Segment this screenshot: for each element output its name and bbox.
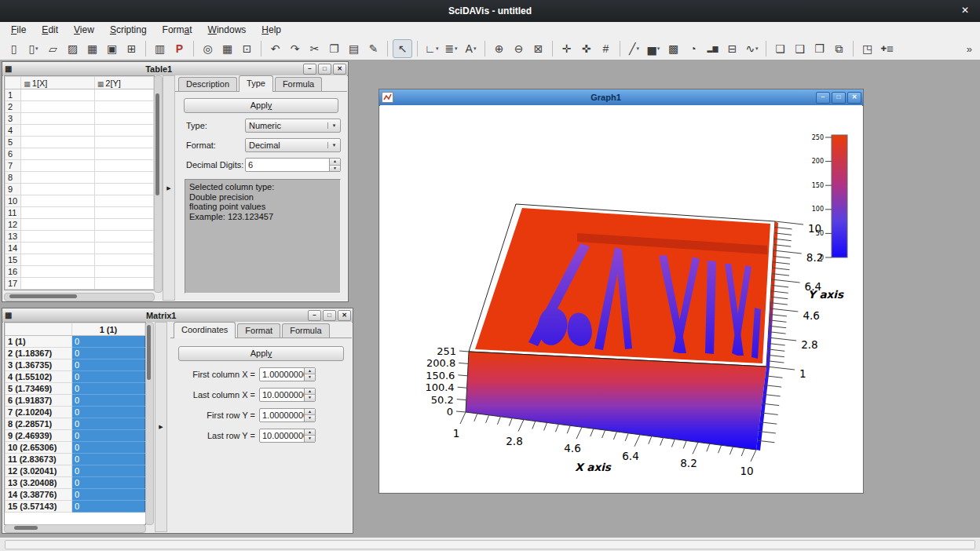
table1-cell[interactable] bbox=[94, 172, 153, 184]
show-table-button[interactable]: ▦ bbox=[218, 40, 236, 57]
export-pdf-button[interactable]: P bbox=[170, 40, 188, 57]
table1-row-header[interactable]: 2 bbox=[5, 101, 21, 113]
edit-button[interactable]: ✎ bbox=[364, 40, 382, 57]
table1-apply-button[interactable]: Apply bbox=[184, 98, 338, 113]
matrix1-close-button[interactable]: ✕ bbox=[338, 310, 351, 321]
table1-cell[interactable] bbox=[94, 137, 153, 148]
spin-down-icon[interactable]: ▼ bbox=[305, 415, 315, 421]
matrix1-row-header[interactable]: 11 (2.83673) bbox=[5, 454, 72, 465]
table1-collapse-strip[interactable]: ▶ bbox=[163, 75, 175, 301]
table1-row-header[interactable]: 5 bbox=[5, 137, 21, 148]
menu-edit[interactable]: Edit bbox=[34, 23, 66, 37]
matrix1-cell-selected[interactable]: 0 bbox=[71, 430, 144, 442]
table1-tab-description[interactable]: Description bbox=[178, 77, 237, 91]
matrix1-sheet[interactable]: 1 (1)1 (1)02 (1.18367)03 (1.36735)04 (1.… bbox=[4, 322, 146, 525]
table1-cell[interactable] bbox=[94, 231, 153, 243]
spin-down-icon[interactable]: ▼ bbox=[305, 436, 315, 442]
box-plot-button[interactable]: ⊟ bbox=[723, 40, 741, 57]
table1-cell[interactable] bbox=[94, 125, 153, 137]
add-layer-button[interactable]: ❒ bbox=[810, 40, 828, 57]
table1-cell[interactable] bbox=[21, 207, 94, 219]
matrix1-collapse-strip[interactable]: ▶ bbox=[155, 322, 167, 532]
table1-minimize-button[interactable]: − bbox=[303, 64, 316, 75]
table1-cell[interactable] bbox=[21, 172, 94, 184]
save-as-button[interactable]: ⊞ bbox=[122, 40, 141, 57]
table1-row-header[interactable]: 11 bbox=[5, 207, 21, 219]
table1-row-header[interactable]: 1 bbox=[5, 89, 21, 101]
duplicate-window-button[interactable]: ❏ bbox=[771, 40, 789, 57]
matrix1-row-header[interactable]: 3 (1.36735) bbox=[5, 359, 72, 371]
table1-hscrollbar[interactable] bbox=[4, 293, 155, 301]
matrix1-row-header[interactable]: 10 (2.65306) bbox=[5, 442, 72, 454]
table1-row-header[interactable]: 7 bbox=[5, 160, 21, 172]
matrix1-vscroll-thumb[interactable] bbox=[147, 325, 151, 380]
matrix1-cell-selected[interactable]: 0 bbox=[71, 454, 144, 465]
menu-scripting[interactable]: Scripting bbox=[102, 23, 155, 37]
table1-cell[interactable] bbox=[21, 101, 94, 113]
grid-button[interactable]: ≣▾ bbox=[442, 40, 460, 57]
histogram-button[interactable]: ▂▆ bbox=[704, 40, 722, 57]
spin-down-icon[interactable]: ▼ bbox=[305, 395, 315, 401]
table1-cell[interactable] bbox=[21, 125, 94, 137]
table1-column-header-2[interactable]: ▦2[Y] bbox=[94, 77, 153, 89]
table1-row-header[interactable]: 8 bbox=[5, 172, 21, 184]
table1-cell[interactable] bbox=[94, 278, 153, 290]
axes-button[interactable]: ∟▾ bbox=[422, 40, 441, 57]
matrix1-cell-selected[interactable]: 0 bbox=[71, 465, 144, 477]
resize-layer-button[interactable]: ◳ bbox=[858, 40, 876, 57]
table1-cell[interactable] bbox=[94, 243, 153, 254]
matrix1-cell-selected[interactable]: 0 bbox=[71, 489, 144, 501]
decimal-digits-spinbox[interactable]: 6▲▼ bbox=[245, 158, 341, 172]
table1-cell[interactable] bbox=[21, 266, 94, 278]
last-row-y-spinbox[interactable]: 10.0000000▲▼ bbox=[259, 429, 316, 443]
add-graph-button[interactable]: ❑ bbox=[791, 40, 809, 57]
fit-curve-button[interactable]: ∿▾ bbox=[743, 40, 761, 57]
table1-vscroll-thumb[interactable] bbox=[155, 93, 159, 195]
table1-column-header-1[interactable]: ▦1[X] bbox=[21, 77, 94, 89]
table1-row-header[interactable]: 9 bbox=[5, 184, 21, 195]
new-table-button[interactable]: ▦ bbox=[83, 40, 101, 57]
matrix1-tab-format[interactable]: Format bbox=[237, 323, 280, 338]
menu-view[interactable]: View bbox=[66, 23, 102, 37]
type-combobox[interactable]: Numeric▾ bbox=[245, 119, 341, 133]
graph1-titlebar[interactable]: Graph1 −□✕ bbox=[379, 89, 863, 106]
print-button[interactable]: ▥ bbox=[151, 40, 169, 57]
graph1-maximize-button[interactable]: □ bbox=[832, 92, 846, 104]
table1-vscrollbar[interactable] bbox=[154, 75, 163, 293]
table1-row-header[interactable]: 4 bbox=[5, 125, 21, 137]
matrix1-cell-selected[interactable]: 0 bbox=[71, 359, 144, 371]
pointer-button[interactable]: ↖ bbox=[393, 39, 412, 58]
matrix1-row-header[interactable]: 15 (3.57143) bbox=[5, 501, 72, 513]
graph1-close-button[interactable]: ✕ bbox=[847, 92, 861, 104]
matrix1-cell-selected[interactable]: 0 bbox=[71, 442, 144, 454]
table1-cell[interactable] bbox=[94, 101, 153, 113]
first-row-y-spinbox[interactable]: 1.00000000▲▼ bbox=[259, 408, 316, 422]
table1-cell[interactable] bbox=[21, 148, 94, 160]
format-combobox[interactable]: Decimal▾ bbox=[245, 138, 341, 152]
table1-row-header[interactable]: 15 bbox=[5, 254, 21, 266]
paste-button[interactable]: ▤ bbox=[345, 40, 363, 57]
matrix1-vscrollbar[interactable] bbox=[145, 322, 154, 525]
matrix1-apply-button[interactable]: Apply bbox=[178, 346, 344, 361]
matrix1-row-header[interactable]: 4 (1.55102) bbox=[5, 371, 72, 383]
open-project-button[interactable]: ▱ bbox=[44, 40, 62, 57]
spin-down-icon[interactable]: ▼ bbox=[305, 374, 315, 381]
table1-cell[interactable] bbox=[94, 219, 153, 231]
app-titlebar[interactable]: SciDAVis - untitled ✕ bbox=[0, 0, 980, 22]
first-column-x-spinbox[interactable]: 1.00000000▲▼ bbox=[259, 367, 316, 381]
matrix1-row-header[interactable]: 12 (3.02041) bbox=[5, 465, 72, 477]
spin-down-icon[interactable]: ▼ bbox=[330, 166, 340, 172]
table1-sheet[interactable]: ▦1[X]▦2[Y]1234567891011121314151617 bbox=[4, 75, 155, 290]
table1-row-header[interactable]: 16 bbox=[5, 266, 21, 278]
rescale-button[interactable]: ⊠ bbox=[529, 40, 547, 57]
menu-file[interactable]: File bbox=[3, 23, 34, 37]
matrix1-row-header[interactable]: 8 (2.28571) bbox=[5, 418, 72, 430]
table1-cell[interactable] bbox=[21, 184, 94, 195]
draw-line-button[interactable]: ╱▾ bbox=[625, 40, 643, 57]
table1-cell[interactable] bbox=[21, 137, 94, 148]
undo-button[interactable]: ↶ bbox=[266, 40, 284, 57]
table1-cell[interactable] bbox=[94, 195, 153, 207]
matrix1-cell-selected[interactable]: 0 bbox=[71, 477, 144, 489]
table1-close-button[interactable]: ✕ bbox=[333, 64, 346, 75]
table1-cell[interactable] bbox=[21, 231, 94, 243]
